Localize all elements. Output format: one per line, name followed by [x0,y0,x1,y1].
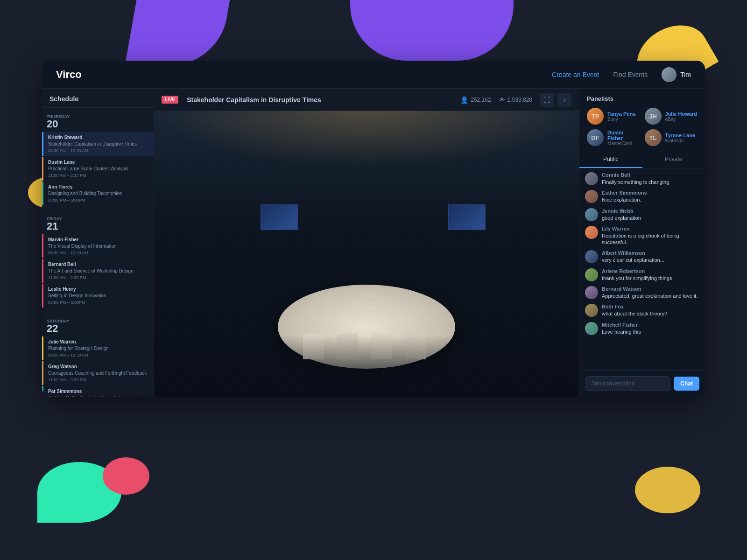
username: Tim [680,71,691,78]
msg-text: Love hearing this [602,329,641,335]
tab-private[interactable]: Private [642,151,705,168]
msg-body: Beth Fox what about the slack theory? [602,304,667,317]
msg-avatar [585,268,598,281]
msg-body: Arlene Robertson thank you for simplifyi… [602,268,672,281]
item-time: 11:00 AM – 2:30 PM [48,173,149,178]
schedule-title: Schedule [42,89,154,108]
msg-avatar [585,190,598,203]
schedule-item[interactable]: Julie Warren Planning for Strategic Desi… [42,336,154,360]
panelist-name-tyrone[interactable]: Tyrone Lane [665,133,696,138]
chat-message: Mitchell Fisher Love hearing this [585,322,699,335]
user-menu[interactable]: Tim [662,67,691,82]
msg-body: Mitchell Fisher Love hearing this [602,322,641,335]
msg-text: Appreciated, great explanation and love … [602,293,698,299]
right-panel: Panelists TP Tanya Pena Sony JH [579,89,705,397]
chat-send-button[interactable]: Chat [674,377,699,391]
views-stat: 👁 1,533,820 [499,96,532,104]
panelists-section: Panelists TP Tanya Pena Sony JH [579,89,705,151]
msg-avatar [585,250,598,263]
header-nav: Create an Event Find Events Tim [552,67,691,82]
day-header-friday: FRIDAY 21 [42,214,154,234]
stage-screen-right [448,204,486,230]
fullscreen-button[interactable]: ⛶ [540,93,554,107]
find-events-link[interactable]: Find Events [613,71,648,78]
panelist-card-dustin: DF Dustin Fisher MasterCard [587,129,640,146]
panelist-name-julie[interactable]: Julie Howard [665,111,697,117]
item-time: 03:00 PM – 5:00PM [48,198,149,203]
schedule-item[interactable]: Greg Watson Courageous Coaching and Fort… [42,361,154,385]
bg-decoration-purple-right [350,0,514,61]
schedule-item[interactable]: Dustin Lane Practical Large Scale Conten… [42,157,154,181]
msg-text: very clear cut explanation... [602,257,664,263]
attendees-stat: 👤 252,162 [460,96,491,104]
item-name: Julie Warren [48,339,149,344]
eye-icon: 👁 [499,96,505,104]
msg-avatar [585,286,598,299]
chat-message: Jennie Webb good explanation [585,208,699,221]
panelist-name-dustin[interactable]: Dustin Fisher [607,130,640,141]
panelist-avatar-tanya: TP [587,108,604,125]
logo: Virco [56,69,82,81]
chat-message: Beth Fox what about the slack theory? [585,304,699,317]
msg-name: Albert Williamson [602,250,664,256]
schedule-item[interactable]: Marvin Fisher The Visual Display of Info… [42,234,154,258]
main-content: LIVE Stakeholder Capitalism in Disruptiv… [154,89,579,397]
panelists-title: Panelists [587,95,698,102]
item-title: The Visual Display of Information [48,243,149,249]
msg-body: Bernard Watson Appreciated, great explan… [602,286,698,299]
item-title: Planning for Strategic Design [48,345,149,351]
day-number-22: 22 [47,323,70,334]
msg-name-lily: Lily Warren [602,226,699,231]
msg-avatar [585,322,598,335]
ceiling-lights [154,111,579,167]
item-name: Kristin Steward [48,135,149,140]
video-header-left: LIVE Stakeholder Capitalism in Disruptiv… [162,96,321,104]
chat-input[interactable] [585,376,670,391]
panelist-card-julie: JH Julie Howard eBay [645,108,698,125]
item-title: Practical Large Scale Content Analysis [48,166,149,172]
bg-decoration-red-br [103,457,149,495]
msg-avatar [585,304,598,317]
item-time: 08:30 AM – 10:30 AM [48,148,149,153]
msg-name: Jennie Webb [602,208,641,214]
stage-screen-left [261,204,298,230]
chat-messages: Connie Bell Finally something is changin… [579,168,705,370]
panelist-avatar-julie: JH [645,108,662,125]
schedule-sidebar: Schedule THURSDAY 20 Kristin Steward Sta… [42,89,154,397]
item-title: Stakeholder Capitalism in Disruptive Tim… [48,141,149,147]
msg-name: Esther Simmmons [602,190,647,196]
chat-message: Bernard Watson Appreciated, great explan… [585,286,699,299]
panelist-company-julie: eBay [665,117,697,122]
bg-decoration-teal-bl [37,462,121,523]
bg-decoration-yellow-br [635,467,700,513]
item-time: 08:30 AM – 10:30 AM [48,251,149,255]
schedule-item[interactable]: Leslie Henry Selling-In Design Innovatio… [42,284,154,308]
panelists-grid: TP Tanya Pena Sony JH Julie Howard [587,108,698,146]
chat-input-row: Chat [579,370,705,397]
panelist-info-dustin: Dustin Fisher MasterCard [607,130,640,146]
item-name: Bernard Bell [48,262,149,267]
tab-public[interactable]: Public [579,151,642,168]
panelist-company-dustin: MasterCard [607,141,640,146]
views-count: 1,533,820 [507,97,532,103]
item-title: Designing and Building Taxonomies [48,190,149,196]
panelist-info-julie: Julie Howard eBay [665,111,697,122]
panelist-company-tanya: Sony [607,117,635,122]
schedule-item[interactable]: Pat Simmmons Building Better Products Th… [42,386,154,397]
schedule-item[interactable]: Ann Flores Designing and Building Taxono… [42,182,154,205]
schedule-item[interactable]: Kristin Steward Stakeholder Capitalism i… [42,132,154,156]
msg-body: Esther Simmmons Nice explanation. [602,190,647,203]
create-event-link[interactable]: Create an Event [552,71,599,78]
header: Virco Create an Event Find Events Tim [42,61,705,89]
schedule-item[interactable]: Bernard Bell The Art and Science of Work… [42,259,154,283]
item-title: The Art and Science of Workshop Design [48,268,149,274]
item-name: Ann Flores [48,184,149,189]
next-button[interactable]: › [557,93,571,107]
msg-name: Beth Fox [602,304,667,309]
msg-body: Jennie Webb good explanation [602,208,641,221]
schedule-day-thursday: THURSDAY 20 Kristin Steward Stakeholder … [42,108,154,210]
panelist-name-tanya[interactable]: Tanya Pena [607,111,635,117]
day-header-saturday: SATURDAY 22 [42,316,154,336]
msg-body: Albert Williamson very clear cut explana… [602,250,664,263]
avatar [662,67,677,82]
